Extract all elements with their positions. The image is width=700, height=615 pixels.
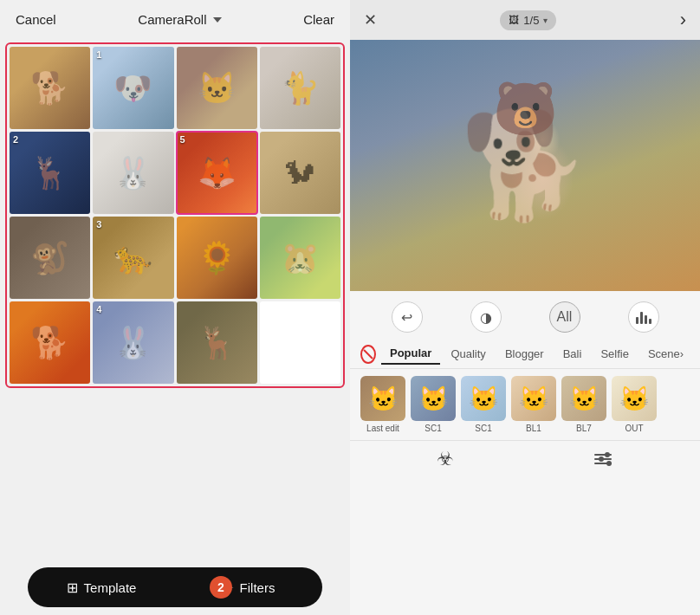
chevron-down-icon: [213, 17, 222, 23]
sliders-icon: [593, 452, 613, 466]
filter-thumb-label: SC1: [475, 424, 491, 433]
template-icon: ⊞: [67, 579, 78, 596]
photo-grid-wrapper: 🐕1🐶🐱🐈2🦌🐰5🦊🐿🐒3🐆🌻🐹🐕4🐰🦌: [0, 39, 350, 560]
camera-roll-title[interactable]: CameraRoll: [138, 12, 221, 27]
no-filter-icon[interactable]: [360, 345, 376, 364]
filter-cat-blogger[interactable]: Blogger: [496, 344, 553, 364]
photo-grid: 🐕1🐶🐱🐈2🦌🐰5🦊🐿🐒3🐆🌻🐹🐕4🐰🦌: [5, 42, 345, 388]
animal-icon: 🐰: [93, 132, 173, 214]
undo-button[interactable]: ↩: [392, 301, 423, 333]
filter-cat-popular[interactable]: Popular: [381, 343, 440, 365]
bottom-actions: ☣: [350, 440, 700, 481]
filter-cat-bali[interactable]: Bali: [554, 344, 591, 364]
photo-cell-7[interactable]: 5🦊: [177, 132, 257, 214]
animal-icon: 🐆: [93, 217, 173, 299]
contrast-button[interactable]: ◑: [470, 301, 502, 333]
histogram-button[interactable]: [628, 301, 659, 333]
animal-icon: 🐕: [10, 301, 90, 384]
top-bar: Cancel CameraRoll Clear: [0, 0, 350, 39]
animal-icon: 🐕: [10, 47, 90, 129]
filters-label: Filters: [240, 580, 275, 595]
animal-icon: 🐱: [177, 47, 257, 129]
filter-thumb-label: OUT: [625, 424, 643, 433]
template-label: Template: [84, 580, 137, 595]
biohazard-icon: ☣: [437, 448, 454, 470]
animal-icon: 🌻: [177, 217, 257, 299]
filter-toolbar: ↩ ◑ All: [350, 291, 700, 340]
bottom-pill: ⊞ Template ✦ Filters 2: [28, 567, 322, 607]
photo-num-badge: 4: [96, 304, 101, 314]
photo-cell-13[interactable]: 🐕: [10, 301, 90, 384]
photo-cell-5[interactable]: 2🦌: [10, 132, 90, 214]
filter-thumb-out[interactable]: 🐱OUT: [612, 376, 657, 433]
photo-cell-16[interactable]: [260, 301, 340, 384]
chevron-down-icon: ▾: [543, 16, 548, 25]
filter-cat-scene[interactable]: Scene›: [639, 344, 692, 364]
thumb-animal-icon: 🐱: [612, 376, 657, 421]
filter-thumb-sc1[interactable]: 🐱SC1: [461, 376, 506, 433]
photo-num-badge: 2: [13, 134, 18, 145]
photo-cell-1[interactable]: 🐕: [10, 47, 90, 129]
animal-icon: 🐹: [260, 217, 340, 299]
main-photo-preview: 🐕 🐻: [350, 40, 700, 291]
template-button[interactable]: ⊞ Template: [28, 567, 175, 607]
photo-cell-6[interactable]: 🐰: [93, 132, 173, 214]
photo-cell-15[interactable]: 🦌: [177, 301, 257, 384]
bio-hazard-button[interactable]: ☣: [437, 448, 454, 470]
left-panel: Cancel CameraRoll Clear 🐕1🐶🐱🐈2🦌🐰5🦊🐿🐒3🐆🌻🐹…: [0, 0, 350, 615]
thumb-animal-icon: 🐱: [411, 376, 456, 421]
photo-num-badge: 5: [180, 134, 185, 145]
featured-photo: 🐕 🐻: [350, 40, 700, 291]
filter-thumb-sc1[interactable]: 🐱SC1: [411, 376, 456, 433]
thumb-animal-icon: 🐱: [461, 376, 506, 421]
right-top-bar: ✕ 🖼 1/5 ▾ ›: [350, 0, 700, 40]
filter-strip: 🐱Last edit🐱SC1🐱SC1🐱BL1🐱BL7🐱OUT: [350, 369, 700, 440]
filters-button[interactable]: ✦ Filters: [175, 567, 322, 607]
filter-thumb-img: 🐱: [511, 376, 556, 421]
cancel-button[interactable]: Cancel: [16, 12, 56, 27]
close-button[interactable]: ✕: [364, 10, 377, 29]
animal-icon: 🐶: [93, 47, 173, 129]
animal-icon: 🐿: [260, 132, 340, 214]
photo-cell-9[interactable]: 🐒: [10, 217, 90, 299]
filter-thumb-label: BL1: [526, 424, 541, 433]
photo-cell-10[interactable]: 3🐆: [93, 217, 173, 299]
animal-icon: 🦌: [10, 132, 90, 214]
photo-cell-14[interactable]: 4🐰: [93, 301, 173, 384]
filter-thumb-img: 🐱: [561, 376, 606, 421]
photo-cell-11[interactable]: 🌻: [177, 217, 257, 299]
animal-icon: 🐈: [260, 47, 340, 129]
filters-section: ↩ ◑ All Popular Quality Blogger Bali Sel…: [350, 291, 700, 615]
thumb-animal-icon: 🐱: [561, 376, 606, 421]
thumb-animal-icon: 🐱: [360, 376, 405, 421]
clear-button[interactable]: Clear: [303, 12, 334, 27]
animal-icon: 🐒: [10, 217, 90, 299]
animal-icon: 🐰: [93, 301, 173, 384]
photo-cell-4[interactable]: 🐈: [260, 47, 340, 129]
photo-cell-2[interactable]: 1🐶: [93, 47, 173, 129]
sliders-button[interactable]: [593, 452, 613, 466]
filter-thumb-bl7[interactable]: 🐱BL7: [561, 376, 606, 433]
filter-categories: Popular Quality Blogger Bali Selfie Scen…: [350, 340, 700, 369]
photo-num-badge: 3: [96, 219, 101, 230]
photo-cell-12[interactable]: 🐹: [260, 217, 340, 299]
filter-cat-selfie[interactable]: Selfie: [592, 344, 638, 364]
filter-thumb-img: 🐱: [360, 376, 405, 421]
filter-thumb-label: BL7: [576, 424, 592, 433]
filter-thumb-bl1[interactable]: 🐱BL1: [511, 376, 556, 433]
photo-cell-3[interactable]: 🐱: [177, 47, 257, 129]
filter-thumb-img: 🐱: [411, 376, 456, 421]
filter-thumb-last-edit[interactable]: 🐱Last edit: [360, 376, 405, 433]
animal-icon: 🦊: [177, 132, 257, 214]
filter-cat-quality[interactable]: Quality: [442, 344, 494, 364]
filter-thumb-img: 🐱: [612, 376, 657, 421]
image-icon: 🖼: [509, 14, 519, 26]
all-button[interactable]: All: [549, 301, 580, 333]
filter-thumb-label: Last edit: [366, 424, 399, 433]
animal-icon: 🦌: [177, 301, 257, 384]
photo-cell-8[interactable]: 🐿: [260, 132, 340, 214]
image-counter-pill[interactable]: 🖼 1/5 ▾: [500, 10, 556, 30]
step-badge-2: 2: [210, 576, 232, 599]
next-button[interactable]: ›: [680, 9, 686, 31]
filter-thumb-img: 🐱: [461, 376, 506, 421]
